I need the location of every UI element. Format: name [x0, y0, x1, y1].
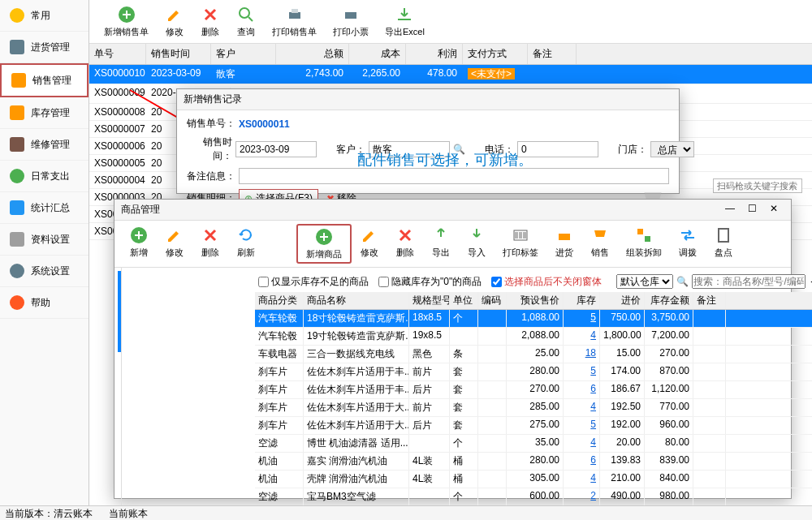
sidebar-item-sales[interactable]: 销售管理	[0, 63, 89, 97]
customer-input[interactable]	[369, 141, 450, 157]
tree-item[interactable]: ⊟ 📁 汽车用品	[118, 352, 122, 433]
delete-product-button[interactable]: 删除	[387, 224, 423, 264]
edit-product-button[interactable]: 修改	[352, 224, 387, 264]
maximize-icon[interactable]: ☐	[741, 203, 763, 214]
close-icon[interactable]: ✕	[763, 203, 784, 214]
export-excel-button[interactable]: 导出Excel	[377, 3, 433, 40]
delete-button[interactable]: 删除	[192, 3, 228, 40]
add-sale-button[interactable]: 新增销售单	[96, 3, 157, 40]
export-button[interactable]: 导出	[423, 224, 459, 264]
tree-item[interactable]: ⊟ 📁 全部分类	[118, 271, 122, 352]
category-tree: ⊟ 📁 全部分类⊟ 📁 汽车用品📁 汽车装饰📁 车载电器⊟ 📁 汽车配件📁 汽车…	[114, 268, 122, 511]
remark-input[interactable]	[239, 168, 669, 184]
svg-rect-2	[289, 12, 300, 19]
sidebar-item-help[interactable]: 帮助	[0, 287, 89, 319]
warehouse-select[interactable]: 默认仓库	[616, 274, 673, 289]
sidebar-item-data[interactable]: 资料设置	[0, 224, 89, 256]
tree-item[interactable]: 📁 汽车装饰	[118, 433, 122, 503]
table-row[interactable]: 机油嘉实 润滑油汽机油4L装桶280.006139.83839.00	[255, 453, 812, 471]
table-row[interactable]: 空滤博世 机油滤清器 适用...个35.00420.0080.00	[255, 435, 812, 453]
print-sale-button[interactable]: 打印销售单	[264, 3, 325, 40]
stockin-button[interactable]: 进货	[546, 224, 582, 264]
add-product-button[interactable]: 新增商品	[296, 224, 352, 264]
sidebar-item-stats[interactable]: 统计汇总	[0, 192, 89, 224]
close-icon[interactable]	[640, 92, 672, 106]
minimize-icon[interactable]: —	[719, 203, 741, 214]
product-table-header: 商品分类商品名称规格型号单位编码预设售价库存进价库存金额备注	[255, 292, 812, 310]
assemble-button[interactable]: 组装拆卸	[618, 224, 670, 264]
svg-rect-10	[559, 234, 570, 240]
svg-rect-3	[292, 9, 298, 13]
product-search-input[interactable]	[692, 274, 806, 289]
transfer-button[interactable]: 调拨	[670, 224, 706, 264]
chk-hidezero[interactable]: 隐藏库存为"0"的商品	[378, 275, 482, 289]
dialog-titlebar[interactable]: 商品管理 —☐✕	[114, 200, 791, 221]
sidebar-item-system[interactable]: 系统设置	[0, 256, 89, 287]
svg-rect-11	[637, 229, 643, 234]
print-receipt-button[interactable]: 打印小票	[325, 3, 377, 40]
import-button[interactable]: 导入	[459, 224, 495, 264]
table-row[interactable]: 汽车轮毂18寸轮毂铸造雷克萨斯...18x8.5个1,088.005750.00…	[255, 310, 812, 328]
add-category-button[interactable]: 新增	[121, 224, 157, 264]
delete-category-button[interactable]: 删除	[192, 224, 228, 264]
sidebar-item-purchase[interactable]: 进货管理	[0, 32, 89, 63]
chk-lowstock[interactable]: 仅显示库存不足的商品	[258, 275, 369, 289]
inventory-button[interactable]: 盘点	[706, 224, 741, 264]
sidebar-item-expense[interactable]: 日常支出	[0, 161, 89, 192]
table-row[interactable]: 刹车片佐佐木刹车片适用于丰...前片套280.005174.00870.00	[255, 363, 812, 381]
chevron-left-icon[interactable]: ◄	[809, 276, 812, 287]
svg-rect-12	[645, 236, 650, 242]
search-icon[interactable]: 🔍	[453, 144, 465, 155]
svg-rect-13	[719, 229, 728, 242]
sidebar-item-repair[interactable]: 维修管理	[0, 129, 89, 161]
search-icon: 🔍	[676, 276, 689, 287]
refresh-button[interactable]: 刷新	[228, 224, 264, 264]
product-toolbar: 新增 修改 删除 刷新 新增商品 修改 删除 导出 导入 打印标签 进货 销售 …	[114, 221, 791, 268]
print-label-button[interactable]: 打印标签	[495, 224, 546, 264]
store-select[interactable]: 总店	[650, 141, 694, 157]
sell-button[interactable]: 销售	[582, 224, 618, 264]
scan-input[interactable]	[713, 178, 802, 193]
sale-date-input[interactable]	[235, 141, 317, 157]
svg-rect-4	[345, 12, 356, 19]
sale-no-value: XS0000011	[239, 118, 290, 130]
table-row[interactable]: 刹车片佐佐木刹车片适用于大...前片套285.004192.50770.00	[255, 399, 812, 417]
table-row[interactable]: 汽车轮毂19寸轮毂铸造雷克萨斯...19x8.52,088.0041,800.0…	[255, 328, 812, 346]
search-button[interactable]: 查询	[228, 3, 264, 40]
chk-keepopen[interactable]: 选择商品后不关闭窗体	[491, 275, 602, 289]
phone-input[interactable]	[517, 141, 598, 157]
sidebar-item-inventory[interactable]: 库存管理	[0, 97, 89, 129]
sales-table-header: 单号销售时间客户总额成本利润支付方式备注	[89, 44, 812, 65]
table-row[interactable]: 机油壳牌 润滑油汽机油4L装桶305.004210.00840.00	[255, 471, 812, 488]
svg-point-1	[240, 8, 249, 18]
statusbar: 当前版本：清云账本当前账本	[0, 505, 812, 520]
dialog-titlebar[interactable]: 新增销售记录	[177, 89, 679, 110]
table-row[interactable]: XS00000102023-03-09散客2,743.002,265.00478…	[89, 65, 812, 84]
product-table-body: 汽车轮毂18寸轮毂铸造雷克萨斯...18x8.5个1,088.005750.00…	[255, 310, 812, 520]
new-sale-dialog: 新增销售记录 销售单号：XS0000011 销售时间： 客户：🔍 电话： 门店：…	[176, 88, 680, 194]
main-toolbar: 新增销售单 修改 删除 查询 打印销售单 打印小票 导出Excel	[89, 0, 812, 44]
table-row[interactable]: 刹车片佐佐木刹车片适用于丰...后片套270.006186.671,120.00	[255, 381, 812, 399]
edit-button[interactable]: 修改	[157, 3, 192, 40]
edit-category-button[interactable]: 修改	[157, 224, 192, 264]
sidebar-item-common[interactable]: 常用	[0, 0, 89, 32]
table-row[interactable]: 空滤宝马BM3空气滤个600.002490.00980.00	[255, 488, 812, 506]
table-row[interactable]: 刹车片佐佐木刹车片适用于大...后片套275.005192.00960.00	[255, 417, 812, 435]
table-row[interactable]: 车载电器三合一数据线充电线黑色条25.001815.00270.00	[255, 346, 812, 363]
product-manage-dialog: 商品管理 —☐✕ 新增 修改 删除 刷新 新增商品 修改 删除 导出 导入 打印…	[114, 199, 792, 499]
sidebar: 常用 进货管理 销售管理 库存管理 维修管理 日常支出 统计汇总 资料设置 系统…	[0, 0, 89, 520]
